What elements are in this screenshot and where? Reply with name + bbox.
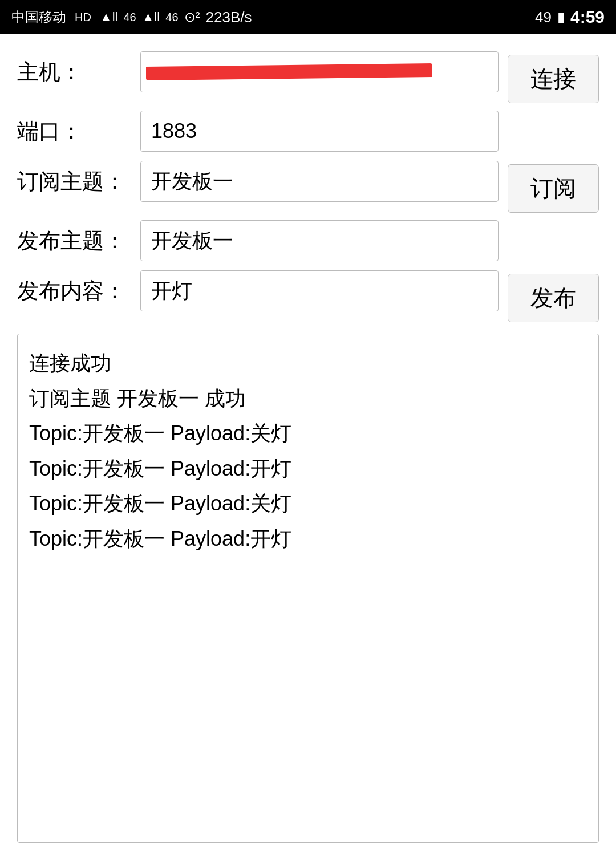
publish-topic-label: 发布主题： (17, 226, 131, 255)
hd-badge: HD (72, 10, 94, 25)
publish-button-col: 发布 (508, 270, 599, 322)
network-speed: 223B/s (206, 9, 252, 26)
subscribe-button[interactable]: 订阅 (508, 164, 599, 213)
log-line-1: 订阅主题 开发板一 成功 (29, 381, 587, 416)
host-row: 主机： (17, 51, 499, 92)
signal-label-2: 46 (165, 11, 178, 24)
host-input[interactable] (140, 51, 499, 92)
subscribe-topic-fields: 订阅主题： 发布主题： (17, 161, 499, 270)
publish-topic-input[interactable] (140, 220, 499, 261)
port-input[interactable] (140, 111, 499, 152)
log-line-5: Topic:开发板一 Payload:开灯 (29, 521, 587, 557)
status-bar: 中国移动 HD ▲ll 46 ▲ll 46 ⊙² 223B/s 49 ▮ 4:5… (0, 0, 616, 34)
log-line-3: Topic:开发板一 Payload:开灯 (29, 451, 587, 486)
publish-content-field: 发布内容： (17, 270, 499, 321)
carrier-text: 中国移动 (11, 8, 66, 26)
main-content: 主机： 端口： 连接 订阅主题： 发布 (0, 34, 616, 860)
log-line-4: Topic:开发板一 Payload:关灯 (29, 486, 587, 521)
subscribe-section: 订阅主题： 发布主题： 订阅 (17, 161, 599, 270)
port-label: 端口： (17, 117, 131, 146)
battery-icon: ▮ (557, 9, 565, 25)
host-label: 主机： (17, 58, 131, 87)
publish-content-input[interactable] (140, 270, 499, 311)
publish-content-label: 发布内容： (17, 277, 131, 306)
publish-content-section: 发布内容： 发布 (17, 270, 599, 322)
log-area: 连接成功 订阅主题 开发板一 成功 Topic:开发板一 Payload:关灯 … (17, 334, 599, 843)
publish-topic-row: 发布主题： (17, 220, 499, 261)
wifi-icon: ⊙² (184, 9, 200, 25)
publish-button[interactable]: 发布 (508, 274, 599, 322)
host-input-wrapper[interactable] (140, 51, 499, 92)
battery-level: 49 (535, 9, 552, 26)
host-port-fields: 主机： 端口： (17, 51, 499, 161)
status-left: 中国移动 HD ▲ll 46 ▲ll 46 ⊙² 223B/s (11, 8, 252, 26)
connect-button-col: 连接 (508, 51, 599, 103)
signal-label-1: 46 (123, 11, 136, 24)
signal-icon-2: ▲ll (142, 10, 160, 25)
subscribe-topic-input[interactable] (140, 161, 499, 202)
signal-icon-1: ▲ll (100, 10, 118, 25)
connect-button[interactable]: 连接 (508, 55, 599, 103)
subscribe-button-col: 订阅 (508, 161, 599, 213)
log-line-2: Topic:开发板一 Payload:关灯 (29, 416, 587, 451)
publish-content-row: 发布内容： (17, 270, 499, 311)
host-connect-section: 主机： 端口： 连接 (17, 51, 599, 161)
subscribe-topic-label: 订阅主题： (17, 167, 131, 196)
port-row: 端口： (17, 111, 499, 152)
subscribe-topic-row: 订阅主题： (17, 161, 499, 202)
log-line-0: 连接成功 (29, 346, 587, 381)
current-time: 4:59 (570, 7, 605, 27)
status-right: 49 ▮ 4:59 (535, 7, 605, 27)
